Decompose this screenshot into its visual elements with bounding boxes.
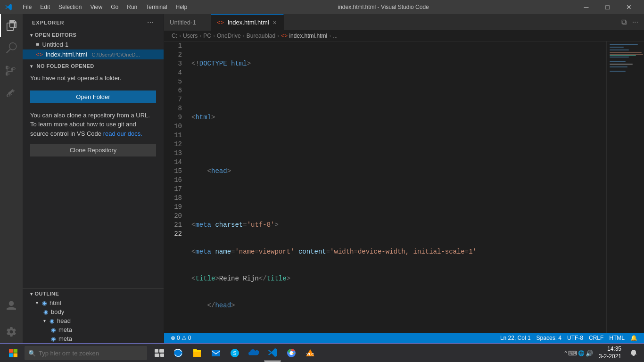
tab-html[interactable]: <> index.html.html × [211,14,284,31]
title-bar-left: File Edit Selection View Go Run Terminal… [5,2,191,12]
clone-repo-button[interactable]: Clone Repository [30,144,156,156]
tray-arrow[interactable]: ^ [564,350,567,356]
breadcrumb-users[interactable]: Users [183,33,198,39]
activity-extensions[interactable] [0,82,23,105]
activity-settings[interactable] [0,321,23,343]
no-folder-text: You have not yet opened a folder. [30,74,156,83]
menu-help[interactable]: Help [172,2,191,12]
line-num-13: 13 [164,149,182,158]
line-num-6: 6 [164,86,182,95]
status-errors[interactable]: ⊗ 0 ⚠ 0 [168,335,194,341]
editor-content[interactable]: 1 2 3 4 5 6 7 8 9 10 11 12 13 14 15 16 1… [164,41,644,333]
outline-section: ▾ OUTLINE ▾ ◉ html ◉ body ▾ ◉ head ◉ met… [23,288,164,343]
minimize-button[interactable]: ─ [576,0,597,14]
taskbar-search-input[interactable] [39,346,143,360]
outline-meta-1[interactable]: ◉ meta [23,325,164,334]
activity-source-control[interactable] [0,59,23,82]
status-language[interactable]: HTML [606,335,627,341]
activity-explorer[interactable] [0,14,23,37]
tab-untitled[interactable]: Untitled-1 [164,14,211,31]
editor-item-untitled[interactable]: ≡ Untitled-1 [23,40,164,49]
status-encoding[interactable]: UTF-8 [564,335,586,341]
sidebar-header-actions: ··· [147,19,154,26]
open-folder-button[interactable]: Open Folder [30,90,156,103]
window-title: index.html.html - Visual Studio Code [191,4,576,10]
breadcrumb-onedrive[interactable]: OneDrive [217,33,241,39]
mail-taskbar-icon[interactable] [207,345,224,362]
menu-go[interactable]: Go [107,2,122,12]
line-num-14: 14 [164,158,182,167]
code-line-7: <meta charset='utf-8'> [191,221,603,230]
svg-rect-6 [155,354,159,357]
breadcrumb-more[interactable]: ... [333,33,338,39]
status-line-ending[interactable]: CRLF [586,335,606,341]
editor-item-html[interactable]: <> index.html.html C:\Users\PC\OneD... [23,49,164,59]
line-num-7: 7 [164,95,182,104]
split-editor-button[interactable]: ⧉ [619,16,628,28]
taskbar-time-value: 14:35 [599,346,621,353]
menu-run[interactable]: Run [123,2,141,12]
vlc-taskbar-icon[interactable]: VLC [302,345,319,362]
activity-search[interactable] [0,37,23,59]
warning-icon: ⚠ [182,335,187,341]
vscode-taskbar-icon[interactable] [264,345,281,362]
tab-close-button[interactable]: × [272,19,278,26]
maximize-button[interactable]: □ [597,0,618,14]
svg-rect-4 [155,349,158,353]
skype-taskbar-icon[interactable]: S [226,345,243,362]
outline-meta-2[interactable]: ◉ meta [23,334,164,343]
window-controls: ─ □ ✕ [576,0,639,14]
outline-head-arrow: ▾ [43,318,46,323]
status-bell[interactable]: 🔔 [627,335,640,341]
close-button[interactable]: ✕ [618,0,639,14]
notification-button[interactable] [627,346,640,360]
taskbar-search-container[interactable]: 🔍 [25,346,147,360]
menu-terminal[interactable]: Terminal [142,2,171,12]
status-position[interactable]: Ln 22, Col 1 [497,335,534,341]
onedrive-taskbar-icon[interactable] [245,345,262,362]
menu-edit[interactable]: Edit [36,2,54,12]
html-filepath: C:\Users\PC\OneD... [92,52,140,58]
status-right: Ln 22, Col 1 Spaces: 4 UTF-8 CRLF HTML 🔔 [497,335,640,341]
open-editors-section[interactable]: ▾ OPEN EDITORS [23,30,164,40]
title-bar: File Edit Selection View Go Run Terminal… [0,0,644,14]
speaker-icon[interactable]: 🔊 [586,350,593,357]
outline-meta2-icon: ◉ [51,336,56,342]
breadcrumb-pc[interactable]: PC [203,33,211,39]
outline-html[interactable]: ▾ ◉ html [23,298,164,307]
breadcrumb-file[interactable]: <> index.html.html [281,33,327,39]
keyboard-icon[interactable]: ⌨ [568,350,577,357]
activity-account[interactable] [0,294,23,317]
status-bar: ⊗ 0 ⚠ 0 Ln 22, Col 1 Spaces: 4 UTF-8 CRL… [164,333,644,343]
task-view-button[interactable] [151,345,168,362]
code-line-1: <!DOCTYPE html> [191,59,603,68]
chrome-taskbar-icon[interactable] [283,345,300,362]
taskbar-clock[interactable]: 14:35 3-2-2021 [595,346,625,360]
svg-rect-2 [9,354,13,358]
network-icon[interactable]: 🌐 [578,350,585,356]
breadcrumb-bureaublad[interactable]: Bureaublad [247,33,275,39]
menu-file[interactable]: File [19,2,35,12]
line-num-15: 15 [164,167,182,176]
code-line-3: <html> [191,113,603,122]
menu-selection[interactable]: Selection [55,2,85,12]
outline-title[interactable]: ▾ OUTLINE [23,289,164,298]
code-line-6 [191,194,603,203]
line-num-20: 20 [164,212,182,221]
status-spaces[interactable]: Spaces: 4 [534,335,564,341]
svg-rect-9 [212,350,220,356]
files-taskbar-icon[interactable] [189,345,206,362]
read-docs-link[interactable]: read our docs. [103,130,142,137]
breadcrumb-c[interactable]: C: [172,33,177,39]
sidebar-more-actions[interactable]: ··· [147,19,154,26]
code-editor[interactable]: <!DOCTYPE html> <html> <head> <meta char… [188,41,606,333]
outline-body[interactable]: ◉ body [23,307,164,316]
code-line-2 [191,86,603,95]
outline-meta1-label: meta [58,326,72,333]
outline-head-icon: ◉ [50,318,54,324]
edge-taskbar-icon[interactable] [170,345,187,362]
menu-view[interactable]: View [86,2,106,12]
more-actions-button[interactable]: ··· [630,16,640,28]
outline-head[interactable]: ▾ ◉ head [23,316,164,325]
start-button[interactable] [4,344,23,362]
